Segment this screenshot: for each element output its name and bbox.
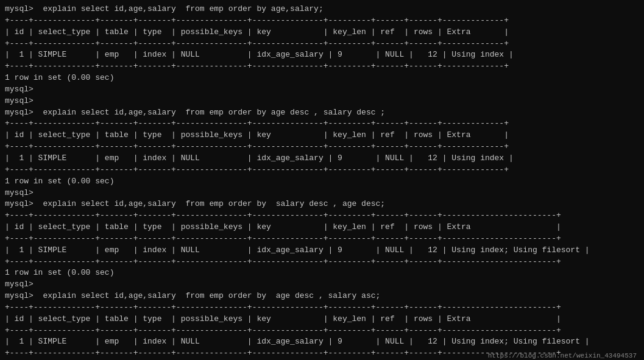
terminal-line: 1 row in set (0.00 sec) bbox=[5, 176, 639, 188]
terminal-line: +----+-------------+-------+-------+----… bbox=[5, 164, 639, 176]
terminal-line: | 1 | SIMPLE | emp | index | NULL | idx_… bbox=[5, 49, 639, 61]
terminal-line: mysql> bbox=[5, 188, 639, 199]
terminal-line: mysql> explain select id,age,salary from… bbox=[5, 107, 639, 119]
terminal-line: | 1 | SIMPLE | emp | index | NULL | idx_… bbox=[5, 245, 639, 256]
terminal-line: mysql> bbox=[5, 84, 639, 96]
terminal-line: +----+-------------+-------+-------+----… bbox=[5, 38, 639, 50]
terminal-line: +----+-------------+-------+-------+----… bbox=[5, 210, 639, 222]
terminal-line: | id | select_type | table | type | poss… bbox=[5, 314, 639, 325]
terminal-line: mysql> bbox=[5, 279, 639, 291]
terminal-line: mysql> explain select id,age,salary from… bbox=[5, 4, 639, 15]
watermark: https://blog.csdn.net/weixin_43494537 bbox=[488, 351, 637, 360]
terminal-line: +----+-------------+-------+-------+----… bbox=[5, 233, 639, 245]
terminal-line: +----+-------------+-------+-------+----… bbox=[5, 302, 639, 314]
terminal-line: +----+-------------+-------+-------+----… bbox=[5, 15, 639, 27]
terminal-window: mysql> explain select id,age,salary from… bbox=[5, 4, 639, 360]
terminal-line: +----+-------------+-------+-------+----… bbox=[5, 141, 639, 153]
terminal-line: 1 row in set (0.00 sec) bbox=[5, 72, 639, 84]
terminal-line: mysql> explain select id,age,salary from… bbox=[5, 199, 639, 210]
terminal-line: | 1 | SIMPLE | emp | index | NULL | idx_… bbox=[5, 153, 639, 164]
terminal-line: | 1 | SIMPLE | emp | index | NULL | idx_… bbox=[5, 336, 639, 348]
terminal-line: +----+-------------+-------+-------+----… bbox=[5, 325, 639, 337]
terminal-line: +----+-------------+-------+-------+----… bbox=[5, 61, 639, 72]
terminal-line: +----+-------------+-------+-------+----… bbox=[5, 118, 639, 130]
terminal-line: | id | select_type | table | type | poss… bbox=[5, 130, 639, 141]
terminal-content: mysql> explain select id,age,salary from… bbox=[5, 4, 639, 360]
terminal-line: 1 row in set (0.00 sec) bbox=[5, 267, 639, 279]
terminal-line: | id | select_type | table | type | poss… bbox=[5, 222, 639, 233]
terminal-line: mysql> explain select id,age,salary from… bbox=[5, 291, 639, 302]
terminal-line: | id | select_type | table | type | poss… bbox=[5, 27, 639, 38]
terminal-line: mysql> bbox=[5, 96, 639, 107]
terminal-line: +----+-------------+-------+-------+----… bbox=[5, 256, 639, 268]
